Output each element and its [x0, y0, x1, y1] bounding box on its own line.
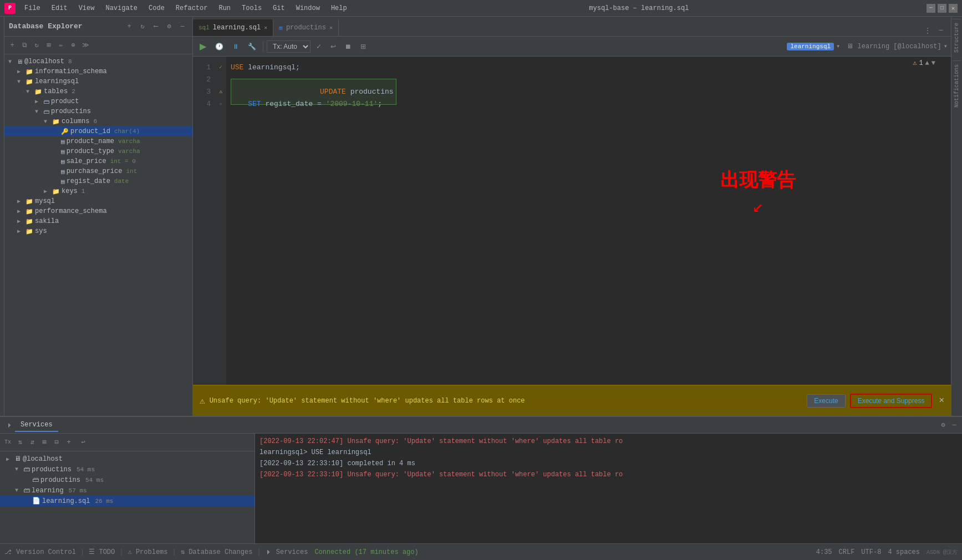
version-control-tab[interactable]: Version Control [16, 548, 76, 556]
gutter-check-1: ✓ [215, 61, 226, 73]
db-tree-item-product_name[interactable]: ▤product_namevarcha [4, 136, 192, 146]
node-icon: 🖥 [17, 58, 23, 65]
services-tab[interactable]: Services [15, 419, 58, 432]
panel-settings-icon[interactable]: ⚙ [938, 420, 949, 431]
db-tree-item-sys[interactable]: ▶📁sys [4, 226, 192, 236]
menu-item-help[interactable]: Help [327, 3, 352, 13]
extra-info: ASDN @汉方 [927, 548, 958, 556]
db-tree-item-product_id[interactable]: 🔑product_idchar(4) [4, 126, 192, 136]
menu-item-refactor[interactable]: Refactor [171, 3, 212, 13]
db-tree-item-keys[interactable]: ▶📁keys1 [4, 186, 192, 196]
db-tree-item-@localhost[interactable]: ▼🖥@localhost8 [4, 57, 192, 67]
tab-productins[interactable]: ⊞ productins ✕ [273, 19, 339, 36]
gutter-circle-4: ○ [215, 98, 226, 110]
menu-item-edit[interactable]: Edit [47, 3, 72, 13]
svc-item-learning[interactable]: ▼🗃 learning57 ms [0, 485, 255, 496]
close-button[interactable]: ✕ [949, 4, 958, 13]
statusbar: ⎇ Version Control | ☰ TODO | ⚠ Problems … [0, 543, 962, 560]
todo-tab[interactable]: ☰ TODO [89, 548, 115, 556]
tx-select[interactable]: Tx: Auto [267, 40, 311, 53]
db-tree-item-columns[interactable]: ▼📁columns6 [4, 116, 192, 126]
nav-up-icon[interactable]: ▲ [925, 59, 929, 67]
schema-badge[interactable]: learningsql [787, 43, 834, 50]
tab-close-icon[interactable]: ✕ [329, 24, 333, 31]
tab-learning-sql[interactable]: sql learning.sql ✕ [193, 19, 273, 36]
svc-item-productins[interactable]: 🗃 productins54 ms [0, 475, 255, 485]
svc-item-learning.sql[interactable]: 📄 learning.sql26 ms [0, 496, 255, 506]
tab-close-icon[interactable]: ✕ [264, 24, 267, 31]
nav-down-icon[interactable]: ▼ [932, 59, 935, 67]
menu-item-code[interactable]: Code [144, 3, 169, 13]
db-refresh-btn[interactable]: ↻ [31, 40, 42, 51]
minimize-button[interactable]: ─ [927, 4, 935, 13]
menu-item-git[interactable]: Git [268, 3, 289, 13]
node-label: @localhost [24, 58, 64, 65]
db-tree-item-sale_price[interactable]: ▤sale_priceint = 0 [4, 156, 192, 166]
db-tree-item-purchase_price[interactable]: ▤purchase_priceint [4, 166, 192, 176]
code-editor[interactable]: 1 2 3 4 ✓ ⚠ ○ [193, 57, 951, 385]
menu-item-tools[interactable]: Tools [237, 3, 266, 13]
execute-suppress-button[interactable]: Execute and Suppress [850, 394, 933, 408]
node-badge: 6 [93, 118, 97, 125]
add-service-btn[interactable]: + [63, 437, 74, 448]
svc-item-productins[interactable]: ▼🗃 productins54 ms [0, 464, 255, 475]
execute-button[interactable]: Execute [807, 394, 845, 408]
run-button[interactable]: ▶ [196, 40, 210, 53]
layout-btn[interactable]: ⊟ [51, 437, 62, 448]
conn-dropdown-icon[interactable]: ▾ [944, 42, 948, 50]
node-type: int [126, 168, 137, 175]
menu-item-file[interactable]: File [20, 3, 45, 13]
close-panel-icon[interactable]: ─ [177, 21, 188, 32]
db-tree-item-information_schema[interactable]: ▶📁information_schema [4, 67, 192, 77]
arrow-icon: ▶ [35, 98, 42, 105]
db-filter-btn[interactable]: ⊕ [68, 40, 79, 51]
settings-icon[interactable]: ⚙ [164, 21, 175, 32]
tab-hide-icon[interactable]: ─ [935, 25, 946, 36]
services-status-tab[interactable]: ⏵ Services [266, 548, 308, 556]
svc-item-@localhost[interactable]: ▶🖥 @localhost [0, 454, 255, 464]
add-icon[interactable]: + [124, 21, 135, 32]
db-tree-item-product_type[interactable]: ▤product_typevarcha [4, 146, 192, 156]
right-tab-notifications[interactable]: Notifications [953, 60, 961, 111]
collapse-icon[interactable]: ⟵ [150, 21, 161, 32]
tab-more-icon[interactable]: ⋮ [922, 25, 933, 36]
menu-item-window[interactable]: Window [292, 3, 324, 13]
problems-tab[interactable]: ⚠ Problems [128, 548, 167, 556]
warning-close-icon[interactable]: × [939, 396, 944, 406]
pause-button[interactable]: ⏸ [229, 42, 242, 52]
db-tree-item-regist_date[interactable]: ▤regist_datedate [4, 176, 192, 186]
db-tree-item-tables[interactable]: ▼📁tables2 [4, 86, 192, 96]
db-tree-item-product[interactable]: ▶🗃product [4, 96, 192, 106]
menu-item-run[interactable]: Run [214, 3, 235, 13]
clock-button[interactable]: 🕐 [212, 42, 227, 52]
db-tree-item-productins[interactable]: ▼🗃productins [4, 106, 192, 116]
db-tree-item-sakila[interactable]: ▶📁sakila [4, 216, 192, 226]
right-tab-structure[interactable]: Structure [953, 19, 961, 56]
db-copy-btn[interactable]: ⧉ [19, 40, 30, 51]
commit-button[interactable]: ✓ [313, 42, 325, 52]
stop-button[interactable]: ⏹ [342, 42, 355, 52]
refresh-icon[interactable]: ↻ [137, 21, 148, 32]
svc-node-label: learning [32, 487, 64, 495]
format-button[interactable]: ⊞ [357, 42, 369, 52]
db-tree-item-performance_schema[interactable]: ▶📁performance_schema [4, 206, 192, 216]
maximize-button[interactable]: □ [938, 4, 946, 13]
menu-item-view[interactable]: View [74, 3, 99, 13]
db-add-btn[interactable]: + [7, 40, 18, 51]
wrench-button[interactable]: 🔧 [245, 42, 259, 52]
panel-close-icon[interactable]: ─ [949, 420, 960, 431]
rollback-button[interactable]: ↩ [327, 42, 339, 52]
db-more-btn[interactable]: ≫ [80, 40, 91, 51]
menu-item-navigate[interactable]: Navigate [101, 3, 142, 13]
sort-btn[interactable]: ⇅ [14, 437, 26, 448]
db-changes-tab[interactable]: ⇅ Database Changes [181, 548, 253, 556]
svc-node-label: learning.sql [42, 497, 90, 505]
code-lines[interactable]: USE learningsql; UPDATE productins [226, 57, 951, 385]
db-schema-btn[interactable]: ⊞ [43, 40, 54, 51]
db-tree-item-mysql[interactable]: ▶📁mysql [4, 196, 192, 206]
schema-dropdown-icon[interactable]: ▾ [836, 42, 840, 50]
group-btn[interactable]: ⊞ [39, 437, 50, 448]
db-edit-btn[interactable]: ✏ [55, 40, 67, 51]
sort2-btn[interactable]: ⇵ [27, 437, 38, 448]
db-tree-item-learningsql[interactable]: ▼📁learningsql [4, 77, 192, 86]
